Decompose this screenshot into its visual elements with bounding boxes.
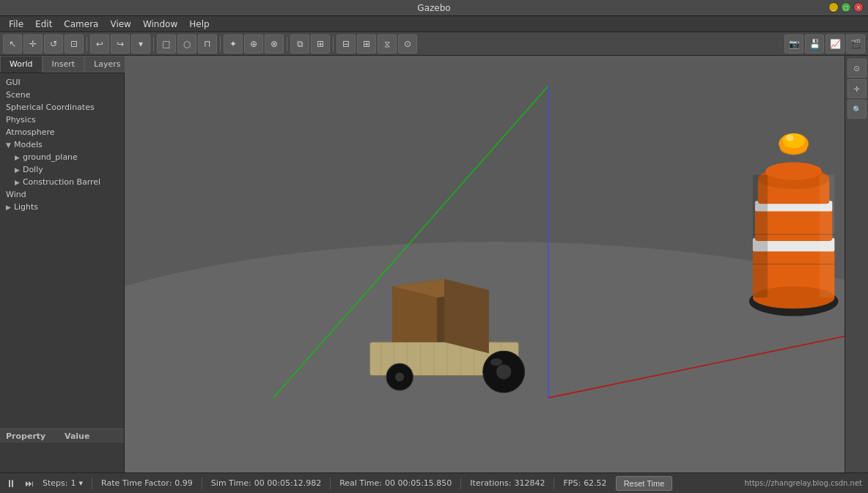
- steps-value: 1: [70, 478, 76, 488]
- save-button[interactable]: 💾: [805, 34, 824, 53]
- step-forward-button[interactable]: ⏭: [25, 478, 34, 489]
- status-sep-5: [553, 478, 554, 489]
- main-area: ↖ ✛ ↺ ⊡ ↩ ↪ ▾ □ ○ ⊓ ✦ ⊕ ⊗ ⧉ ⊞ ⊟ ⊞ ⧖ ⊙ 📷 …: [0, 32, 868, 493]
- menu-window[interactable]: Window: [137, 18, 183, 31]
- status-bar: ⏸ ⏭ Steps: 1 ▾ Rate Time Factor: 0.99 Si…: [0, 472, 868, 493]
- rtf-indicator: Rate Time Factor: 0.99: [101, 478, 193, 488]
- undo-button[interactable]: ↩: [90, 34, 109, 53]
- rtf-label: Rate Time Factor:: [101, 478, 172, 488]
- steps-dropdown[interactable]: ▾: [78, 478, 83, 488]
- svg-point-37: [782, 133, 804, 148]
- status-sep-2: [202, 478, 202, 489]
- toolbar-sep-2: [153, 37, 154, 51]
- reset-time-button[interactable]: Reset Time: [616, 476, 673, 491]
- tree-ground-plane[interactable]: ▶ ground_plane: [0, 151, 124, 163]
- tab-insert[interactable]: Insert: [43, 56, 85, 73]
- tree-lights[interactable]: ▶ Lights: [0, 201, 124, 213]
- tree-models[interactable]: ▼ Models: [0, 138, 124, 151]
- align-button[interactable]: ⊟: [336, 34, 356, 53]
- window-controls: _ □ ×: [828, 2, 864, 12]
- screenshot-button[interactable]: 📷: [784, 34, 803, 53]
- iterations-label: Iterations:: [470, 478, 511, 488]
- viewport[interactable]: ⊙ ✛ 🔍: [125, 56, 868, 472]
- maximize-button[interactable]: □: [841, 2, 851, 12]
- dir-light-button[interactable]: ⊗: [265, 34, 284, 53]
- tree-ground-plane-label: ground_plane: [23, 152, 78, 162]
- box-button[interactable]: □: [157, 34, 176, 53]
- sphere-button[interactable]: ○: [177, 34, 196, 53]
- menu-edit[interactable]: Edit: [29, 18, 58, 31]
- snap-button[interactable]: ⊞: [357, 34, 376, 53]
- video-button[interactable]: 🎬: [846, 34, 865, 53]
- camera-orbit-button[interactable]: ⊙: [847, 59, 867, 78]
- redo-button[interactable]: ↪: [111, 34, 130, 53]
- status-sep-1: [92, 478, 92, 489]
- scene-svg: [125, 56, 868, 472]
- fps-indicator: FPS: 62.52: [563, 478, 606, 488]
- tab-layers[interactable]: Layers: [84, 56, 130, 73]
- camera-zoom-button[interactable]: 🔍: [847, 100, 867, 119]
- property-panel: Property Value: [0, 429, 124, 472]
- minimize-button[interactable]: _: [828, 2, 839, 12]
- select-button[interactable]: ↖: [3, 34, 22, 53]
- tree-dolly[interactable]: ▶ Dolly: [0, 163, 124, 176]
- content-area: World Insert Layers GUI Scene Spherical …: [0, 56, 868, 472]
- tree-spherical-coords[interactable]: Spherical Coordinates: [0, 101, 124, 114]
- tree-construction-barrel[interactable]: ▶ Construction Barrel: [0, 176, 124, 188]
- svg-point-20: [496, 364, 511, 379]
- close-button[interactable]: ×: [853, 2, 864, 12]
- light-button[interactable]: ✦: [224, 34, 243, 53]
- scale-button[interactable]: ⊡: [65, 34, 84, 53]
- fps-label: FPS:: [563, 478, 581, 488]
- menu-file[interactable]: File: [3, 18, 29, 31]
- tree-physics[interactable]: Physics: [0, 114, 124, 126]
- pause-button[interactable]: ⏸: [6, 478, 16, 489]
- status-sep-4: [460, 478, 461, 489]
- sim-time-indicator: Sim Time: 00 00:05:12.982: [211, 478, 321, 488]
- viewport-canvas: [125, 56, 868, 472]
- real-time-indicator: Real Time: 00 00:05:15.850: [339, 478, 452, 488]
- record-button[interactable]: ⊙: [398, 34, 417, 53]
- translate-button[interactable]: ✛: [23, 34, 43, 53]
- tree-gui[interactable]: GUI: [0, 76, 124, 89]
- steps-indicator: Steps: 1 ▾: [43, 478, 83, 488]
- tree-scene[interactable]: Scene: [0, 89, 124, 101]
- tree-atmosphere-label: Atmosphere: [6, 127, 55, 137]
- plot-button[interactable]: 📈: [825, 34, 845, 53]
- tab-world[interactable]: World: [0, 56, 43, 73]
- spot-light-button[interactable]: ⊕: [244, 34, 263, 53]
- tree-lights-label: Lights: [14, 202, 38, 212]
- rotate-button[interactable]: ↺: [44, 34, 63, 53]
- cylinder-button[interactable]: ⊓: [198, 34, 217, 53]
- redo-dropdown[interactable]: ▾: [131, 34, 150, 53]
- paste-button[interactable]: ⊞: [311, 34, 330, 53]
- models-arrow: ▼: [6, 141, 11, 149]
- main-toolbar: ↖ ✛ ↺ ⊡ ↩ ↪ ▾ □ ○ ⊓ ✦ ⊕ ⊗ ⧉ ⊞ ⊟ ⊞ ⧖ ⊙ 📷 …: [0, 32, 868, 56]
- menu-view[interactable]: View: [104, 18, 136, 31]
- copy-button[interactable]: ⧉: [290, 34, 309, 53]
- tree-atmosphere[interactable]: Atmosphere: [0, 126, 124, 138]
- steps-label: Steps:: [43, 478, 67, 488]
- tree-wind[interactable]: Wind: [0, 188, 124, 201]
- svg-marker-24: [444, 279, 489, 353]
- menu-camera[interactable]: Camera: [58, 18, 104, 31]
- iterations-value: 312842: [514, 478, 545, 488]
- menu-help[interactable]: Help: [183, 18, 215, 31]
- construction-barrel-arrow: ▶: [15, 179, 20, 186]
- camera-pan-button[interactable]: ✛: [847, 79, 867, 98]
- svg-point-18: [395, 373, 404, 382]
- svg-point-21: [490, 358, 502, 366]
- left-panel: World Insert Layers GUI Scene Spherical …: [0, 56, 125, 472]
- lights-arrow: ▶: [6, 204, 11, 211]
- svg-rect-41: [753, 175, 768, 297]
- svg-rect-42: [820, 175, 834, 297]
- tree-dolly-label: Dolly: [23, 165, 43, 174]
- panel-tabs: World Insert Layers: [0, 56, 124, 73]
- toolbar-sep-1: [87, 37, 87, 51]
- chain-button[interactable]: ⧖: [378, 34, 397, 53]
- sim-time-label: Sim Time:: [211, 478, 251, 488]
- menu-bar: File Edit Camera View Window Help: [0, 16, 868, 32]
- value-col: Value: [59, 429, 95, 443]
- tree-construction-barrel-label: Construction Barrel: [23, 177, 100, 187]
- right-toolbar: ⊙ ✛ 🔍: [845, 56, 868, 472]
